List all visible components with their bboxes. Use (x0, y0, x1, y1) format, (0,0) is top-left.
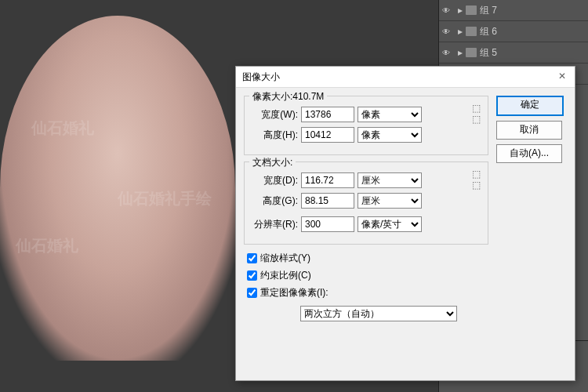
resolution-input[interactable] (301, 216, 354, 232)
artwork-shape (0, 16, 235, 361)
layer-group-row[interactable]: ▸组 5 (439, 42, 588, 64)
visibility-icon[interactable] (442, 47, 453, 58)
folder-icon (466, 5, 477, 15)
checkbox-label: 约束比例(C) (260, 269, 311, 282)
width-label: 宽度(W): (249, 108, 298, 122)
resolution-label: 分辨率(R): (249, 218, 298, 231)
scale-styles-checkbox[interactable] (247, 253, 257, 263)
auto-button[interactable]: 自动(A)... (496, 144, 562, 163)
dialog-title: 图像大小 (242, 71, 280, 84)
folder-icon (466, 27, 477, 36)
height-input[interactable] (301, 127, 354, 143)
interpolation-select[interactable]: 两次立方（自动） (300, 306, 457, 321)
expand-icon[interactable]: ▸ (458, 47, 466, 58)
width-unit-select[interactable]: 像素 (358, 107, 422, 122)
doc-width-input[interactable] (301, 172, 354, 188)
layer-group-row[interactable]: ▸组 6 (439, 21, 588, 42)
checkbox-label: 缩放样式(Y) (260, 252, 310, 265)
pixel-dimensions-group: 像素大小:410.7M 宽度(W):像素 高度(H):像素 ⬚⬚ (244, 96, 488, 155)
folder-icon (466, 48, 477, 57)
group-label: 像素大小:410.7M (249, 90, 327, 103)
doc-width-unit-select[interactable]: 厘米 (358, 172, 422, 188)
expand-icon[interactable]: ▸ (458, 26, 466, 37)
checkbox-label: 重定图像像素(I): (260, 286, 328, 299)
layer-name: 组 7 (480, 4, 497, 17)
doc-height-unit-select[interactable]: 厘米 (358, 193, 422, 209)
document-size-group: 文档大小: 宽度(D):厘米 高度(G):厘米 ⬚⬚ 分辨率(R):像素/英寸 (244, 162, 488, 245)
expand-icon[interactable]: ▸ (458, 5, 466, 16)
resolution-unit-select[interactable]: 像素/英寸 (358, 216, 422, 232)
group-label: 文档大小: (249, 156, 296, 169)
dialog-titlebar[interactable]: 图像大小 ✕ (236, 67, 575, 88)
close-icon[interactable]: ✕ (556, 71, 568, 83)
height-label: 高度(H): (249, 129, 298, 142)
constrain-proportions-checkbox[interactable] (247, 270, 257, 281)
link-icon[interactable]: ⬚⬚ (472, 103, 483, 147)
layer-name: 组 6 (480, 25, 497, 38)
visibility-icon[interactable] (442, 5, 453, 16)
cancel-button[interactable]: 取消 (496, 121, 562, 140)
layer-group-row[interactable]: ▸组 7 (439, 0, 588, 21)
ok-button[interactable]: 确定 (496, 96, 564, 116)
resample-checkbox[interactable] (247, 288, 257, 298)
image-size-dialog: 图像大小 ✕ 像素大小:410.7M 宽度(W):像素 高度(H):像素 ⬚⬚ … (235, 66, 575, 381)
visibility-icon[interactable] (442, 26, 453, 37)
doc-height-input[interactable] (301, 193, 354, 209)
width-input[interactable] (301, 107, 354, 122)
link-icon[interactable]: ⬚⬚ (472, 169, 483, 212)
layer-name: 组 5 (480, 46, 497, 60)
doc-width-label: 宽度(D): (249, 174, 298, 187)
doc-height-label: 高度(G): (249, 194, 298, 208)
height-unit-select[interactable]: 像素 (358, 127, 422, 143)
